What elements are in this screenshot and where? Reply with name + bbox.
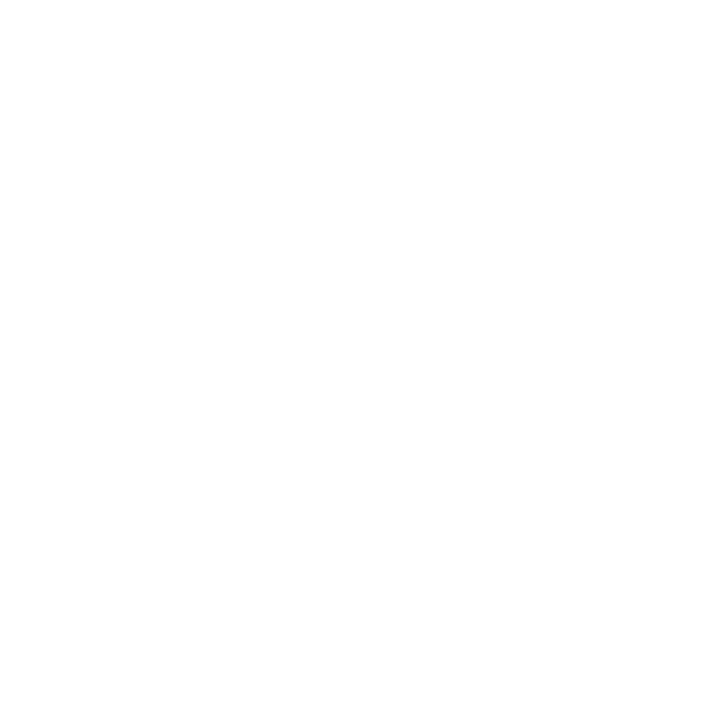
bottleneck-chart [0,0,728,728]
chart-root [0,0,728,728]
